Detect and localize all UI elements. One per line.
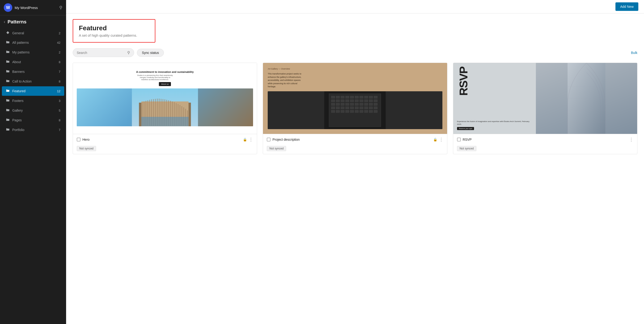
patterns-title: Patterns bbox=[8, 19, 26, 25]
sidebar-item-banners[interactable]: Banners7 bbox=[2, 67, 64, 76]
svg-rect-73 bbox=[336, 110, 340, 113]
folder-icon-pages bbox=[6, 118, 10, 122]
rsvp-pattern-name: RSVP bbox=[463, 138, 627, 141]
svg-rect-36 bbox=[350, 96, 354, 98]
project-sync-badge: Not synced bbox=[267, 146, 286, 151]
svg-rect-78 bbox=[360, 110, 363, 113]
svg-rect-59 bbox=[364, 103, 368, 105]
sidebar-search-icon[interactable]: ⚲ bbox=[59, 5, 62, 10]
svg-rect-55 bbox=[346, 103, 349, 105]
hero-card-footer: Hero 🔒 ⋮ bbox=[73, 134, 257, 145]
pattern-preview-project: Art Gallery — Overview This transformati… bbox=[263, 63, 447, 134]
svg-rect-29 bbox=[142, 117, 188, 126]
sidebar-item-label-pages: Pages bbox=[12, 118, 56, 122]
svg-rect-40 bbox=[369, 96, 373, 98]
sidebar-item-label-gallery: Gallery bbox=[12, 109, 56, 112]
svg-rect-33 bbox=[336, 96, 340, 98]
sidebar-item-call-to-action[interactable]: Call to Action8 bbox=[2, 77, 64, 86]
pattern-preview-rsvp: RSVP Experience the fusion of imaginatio… bbox=[453, 63, 637, 134]
sidebar-item-label-my-patterns: My patterns bbox=[12, 50, 56, 54]
svg-rect-70 bbox=[369, 107, 373, 109]
project-lock-icon: 🔒 bbox=[433, 138, 437, 141]
sidebar-item-pages[interactable]: Pages8 bbox=[2, 115, 64, 125]
sidebar-item-count-portfolio: 7 bbox=[59, 128, 60, 132]
hero-pattern-name: Hero bbox=[82, 138, 241, 141]
rsvp-card-footer: RSVP ⋮ bbox=[453, 134, 637, 145]
svg-rect-45 bbox=[346, 100, 349, 102]
sidebar-nav: General2All patterns42My patterns2About8… bbox=[0, 27, 66, 324]
svg-rect-75 bbox=[346, 110, 349, 113]
rsvp-sync-badge: Not synced bbox=[457, 146, 476, 151]
sidebar-item-label-all-patterns: All patterns bbox=[12, 41, 55, 45]
sidebar-item-portfolio[interactable]: Portfolio7 bbox=[2, 125, 64, 134]
svg-rect-61 bbox=[374, 103, 378, 105]
search-box[interactable]: ⚲ bbox=[73, 48, 134, 57]
diamond-icon-general bbox=[6, 31, 10, 35]
svg-rect-38 bbox=[360, 96, 363, 98]
back-arrow-icon[interactable]: ‹ bbox=[4, 19, 5, 24]
sidebar-item-count-call-to-action: 8 bbox=[59, 80, 60, 83]
add-new-button[interactable]: Add New bbox=[616, 2, 638, 11]
svg-rect-51 bbox=[374, 100, 378, 102]
sidebar-item-all-patterns[interactable]: All patterns42 bbox=[2, 38, 64, 47]
project-image bbox=[268, 91, 442, 129]
svg-rect-32 bbox=[332, 96, 335, 98]
svg-rect-76 bbox=[350, 110, 354, 113]
project-more-icon[interactable]: ⋮ bbox=[439, 137, 443, 142]
hero-preview-body: Dudes is a pioneering firm that seamless… bbox=[136, 74, 174, 81]
rsvp-left-panel: RSVP Experience the fusion of imaginatio… bbox=[453, 63, 536, 134]
project-checkbox[interactable] bbox=[267, 138, 270, 141]
svg-rect-41 bbox=[374, 96, 378, 98]
sidebar-item-label-banners: Banners bbox=[12, 70, 56, 74]
svg-rect-65 bbox=[346, 107, 349, 109]
top-bar: Add New bbox=[66, 0, 644, 14]
patterns-header: ‹ Patterns bbox=[0, 15, 66, 27]
svg-rect-79 bbox=[364, 110, 368, 113]
sidebar-item-count-gallery: 5 bbox=[59, 109, 60, 112]
sidebar-item-count-pages: 8 bbox=[59, 118, 60, 122]
main-content: Add New Featured A set of high quality c… bbox=[66, 0, 644, 324]
sidebar-item-count-about: 8 bbox=[59, 60, 60, 64]
svg-rect-81 bbox=[374, 110, 378, 113]
pattern-card-project: Art Gallery — Overview This transformati… bbox=[263, 63, 447, 154]
sidebar-item-label-footers: Footers bbox=[12, 99, 56, 103]
site-name: My WordPress bbox=[15, 6, 38, 10]
sidebar-item-my-patterns[interactable]: My patterns2 bbox=[2, 48, 64, 57]
svg-rect-71 bbox=[374, 107, 378, 109]
svg-rect-68 bbox=[360, 107, 363, 109]
project-card-footer: Project description 🔒 ⋮ bbox=[263, 134, 447, 145]
svg-rect-44 bbox=[341, 100, 344, 102]
svg-rect-62 bbox=[332, 107, 335, 109]
folder-icon-featured bbox=[6, 89, 10, 93]
hero-more-icon[interactable]: ⋮ bbox=[249, 137, 253, 142]
bulk-action-label[interactable]: Bulk bbox=[631, 51, 638, 55]
svg-rect-66 bbox=[350, 107, 354, 109]
svg-rect-64 bbox=[341, 107, 344, 109]
folder-icon-my-patterns bbox=[6, 50, 10, 55]
svg-rect-60 bbox=[369, 103, 373, 105]
folder-icon-banners bbox=[6, 69, 10, 74]
sidebar-item-general[interactable]: General2 bbox=[2, 29, 64, 38]
sidebar-item-featured[interactable]: Featured12 bbox=[2, 86, 64, 96]
svg-rect-56 bbox=[350, 103, 354, 105]
folder-icon-all-patterns bbox=[6, 40, 10, 45]
sidebar-item-count-featured: 12 bbox=[57, 89, 60, 93]
sidebar-item-label-portfolio: Portfolio bbox=[12, 128, 56, 132]
sidebar-item-about[interactable]: About8 bbox=[2, 57, 64, 67]
sidebar-item-count-footers: 3 bbox=[59, 99, 60, 103]
svg-rect-72 bbox=[332, 110, 335, 113]
svg-rect-35 bbox=[346, 96, 349, 98]
hero-checkbox[interactable] bbox=[77, 138, 80, 141]
rsvp-right-panel bbox=[536, 63, 637, 134]
sidebar-item-footers[interactable]: Footers3 bbox=[2, 96, 64, 105]
search-input[interactable] bbox=[77, 51, 125, 55]
svg-rect-63 bbox=[336, 107, 340, 109]
rsvp-checkbox[interactable] bbox=[457, 138, 461, 141]
svg-rect-80 bbox=[369, 110, 373, 113]
folder-icon-gallery bbox=[6, 108, 10, 113]
sidebar-item-gallery[interactable]: Gallery5 bbox=[2, 106, 64, 115]
sync-status-button[interactable]: Sync status bbox=[137, 49, 164, 57]
folder-icon-call-to-action bbox=[6, 79, 10, 84]
rsvp-more-icon[interactable]: ⋮ bbox=[629, 137, 634, 142]
featured-description: A set of high quality curated patterns. bbox=[79, 33, 149, 37]
